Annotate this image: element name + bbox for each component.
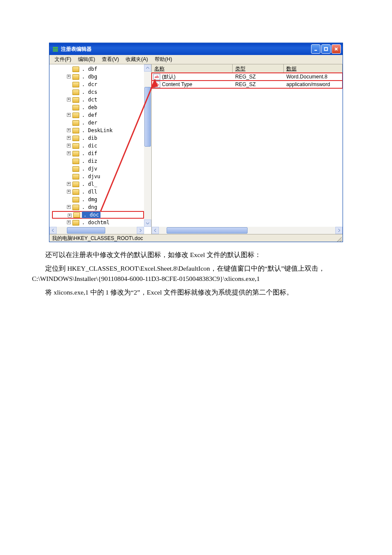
col-data[interactable]: 数据 [284, 64, 343, 72]
tree-node-label[interactable]: . deb [81, 104, 98, 110]
tree-node[interactable]: . dif [52, 150, 144, 157]
maximize-button[interactable] [321, 44, 331, 54]
tree-node[interactable]: . der [52, 119, 144, 127]
tree-node[interactable]: . diz [52, 157, 144, 165]
statusbar-text: 我的电脑\HKEY_CLASSES_ROOT\.doc [52, 235, 143, 242]
values-hscrollbar[interactable] [152, 227, 343, 234]
tree-node[interactable]: . dl_ [52, 180, 144, 188]
tree-node[interactable]: . dochtml [52, 219, 144, 226]
tree-node[interactable]: . dic [52, 142, 144, 150]
tree-node-label[interactable]: . djv [81, 166, 98, 172]
value-row[interactable]: abContent TypeREG_SZapplication/msword [152, 81, 343, 88]
tree-hscrollbar[interactable] [49, 227, 144, 234]
tree-node[interactable]: . dng [52, 203, 144, 211]
resize-grip-icon[interactable] [336, 236, 342, 242]
tree-node-label[interactable]: . dbf [81, 66, 98, 72]
tree-node-label[interactable]: . dic [81, 143, 98, 149]
folder-icon [72, 66, 79, 72]
expand-icon[interactable] [67, 220, 71, 224]
expand-icon[interactable] [67, 205, 71, 209]
expand-icon[interactable] [67, 151, 71, 155]
paragraph-1: 还可以在注册表中修改文件的默认图标，如修改 Excel 文件的默认图标： [32, 250, 360, 260]
value-name: Content Type [162, 81, 192, 87]
tree-node-label[interactable]: . dll [81, 189, 98, 195]
folder-icon [72, 174, 79, 179]
folder-icon [72, 128, 79, 133]
menu-edit[interactable]: 编辑(E) [75, 55, 98, 64]
tree-vscrollbar[interactable] [144, 64, 151, 227]
tree-vthumb[interactable] [144, 87, 151, 147]
tree-node[interactable]: . dbf [52, 65, 144, 73]
tree-node[interactable]: . dct [52, 96, 144, 104]
tree-node[interactable]: . dmg [52, 196, 144, 203]
col-name[interactable]: 名称 [152, 64, 233, 72]
expand-icon[interactable] [68, 214, 72, 217]
tree-node[interactable]: . dll [52, 188, 144, 196]
tree-pane[interactable]: . dbf. dbg. dcr. dcs. dct. deb. def. der… [49, 64, 152, 234]
menubar: 文件(F) 编辑(E) 查看(V) 收藏夹(A) 帮助(H) [49, 55, 343, 64]
value-type: REG_SZ [233, 81, 284, 87]
expand-icon[interactable] [67, 136, 71, 140]
expand-icon[interactable] [67, 98, 71, 101]
tree-node-label[interactable]: . djvu [81, 173, 101, 179]
tree-node[interactable]: . def [52, 111, 144, 119]
tree-node[interactable]: . dbg [52, 73, 144, 81]
expand-icon[interactable] [67, 190, 71, 194]
col-type[interactable]: 类型 [233, 64, 284, 72]
tree-node[interactable]: . dib [52, 134, 144, 142]
svg-rect-1 [53, 49, 58, 50]
menu-view[interactable]: 查看(V) [98, 55, 122, 64]
tree-node[interactable]: . djv [52, 165, 144, 173]
minimize-button[interactable] [311, 44, 320, 54]
values-hthumb[interactable] [167, 227, 248, 234]
tree-node-label[interactable]: . dmg [81, 197, 98, 202]
window-title: 注册表编辑器 [61, 46, 311, 53]
tree-node[interactable]: . DeskLink [52, 127, 144, 134]
expand-icon[interactable] [67, 128, 71, 132]
expand-icon[interactable] [67, 113, 71, 117]
scroll-right-icon[interactable] [335, 227, 343, 234]
tree-node-label[interactable]: . dif [81, 150, 98, 156]
tree-node-label[interactable]: . dbg [81, 74, 98, 80]
tree-hthumb[interactable] [67, 227, 105, 234]
scroll-up-icon[interactable] [144, 64, 151, 72]
svg-rect-2 [53, 50, 58, 52]
expand-icon[interactable] [67, 182, 71, 186]
menu-favorites[interactable]: 收藏夹(A) [122, 55, 151, 64]
value-type: REG_SZ [233, 74, 284, 80]
folder-icon [72, 105, 79, 110]
tree-node-label[interactable]: . diz [81, 158, 98, 164]
scroll-right-icon[interactable] [137, 227, 144, 234]
tree-node-label[interactable]: . dochtml [81, 220, 110, 225]
tree-node-label[interactable]: . der [81, 120, 98, 126]
tree-node-label[interactable]: . dct [81, 97, 98, 103]
menu-help[interactable]: 帮助(H) [151, 55, 176, 64]
scroll-down-icon[interactable] [144, 220, 151, 227]
expand-icon[interactable] [67, 75, 71, 78]
registry-editor-window: 注册表编辑器 文件(F) 编辑(E) 查看(V) 收藏夹(A) 帮助(H) . … [49, 43, 343, 242]
tree-node[interactable]: . dcr [52, 81, 144, 88]
tree-node[interactable]: . doc [52, 211, 144, 219]
values-pane[interactable]: 名称 类型 数据 ab(默认)REG_SZWord.Document.8abCo… [152, 64, 343, 234]
tree-node-label[interactable]: . doc [82, 211, 101, 218]
tree-node-label[interactable]: . dcs [81, 89, 98, 95]
tree-node[interactable]: . djvu [52, 173, 144, 180]
menu-file[interactable]: 文件(F) [51, 55, 75, 64]
tree-node-label[interactable]: . DeskLink [81, 127, 113, 133]
tree-node[interactable]: . dcs [52, 88, 144, 96]
tree-node[interactable]: . deb [52, 104, 144, 111]
tree-node-label[interactable]: . dib [81, 135, 98, 141]
value-row[interactable]: ab(默认)REG_SZWord.Document.8 [152, 73, 343, 81]
tree-node-label[interactable]: . dng [81, 204, 98, 210]
titlebar[interactable]: 注册表编辑器 [49, 43, 343, 55]
tree-node-label[interactable]: . dl_ [81, 181, 98, 187]
tree-node-label[interactable]: . dcr [81, 81, 98, 87]
scroll-left-icon[interactable] [152, 227, 159, 234]
expand-icon[interactable] [67, 144, 71, 147]
values-header[interactable]: 名称 类型 数据 [152, 64, 343, 73]
value-name: (默认) [162, 73, 176, 81]
tree-node-label[interactable]: . def [81, 112, 98, 118]
close-button[interactable] [331, 44, 341, 54]
folder-icon [72, 82, 79, 87]
scroll-left-icon[interactable] [49, 227, 57, 234]
